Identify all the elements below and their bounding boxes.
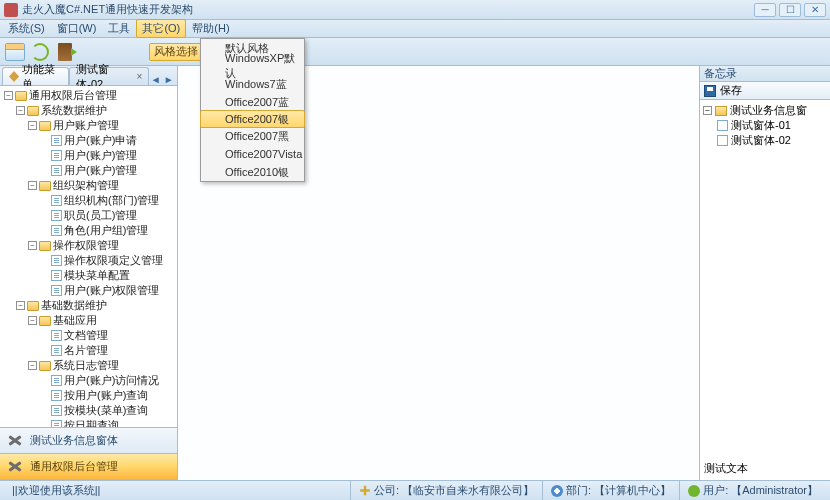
maximize-button[interactable]: ☐ bbox=[779, 3, 801, 17]
file-icon bbox=[51, 255, 62, 266]
tree-node[interactable]: −测试业务信息窗 bbox=[703, 103, 827, 118]
window-title: 走火入魔C#.NET通用快速开发架构 bbox=[22, 2, 754, 17]
tree-leaf[interactable]: 职员(员工)管理 bbox=[40, 208, 175, 223]
statusbar: ||欢迎使用该系统|| 公司:【临安市自来水有限公司】 部门:【计算机中心】 用… bbox=[0, 480, 830, 500]
tree-leaf[interactable]: 用户(账户)访问情况 bbox=[40, 373, 175, 388]
file-icon bbox=[51, 165, 62, 176]
tree-leaf[interactable]: 用户(账户)管理 bbox=[40, 163, 175, 178]
file-icon bbox=[51, 195, 62, 206]
tree-leaf[interactable]: 测试窗体-01 bbox=[717, 118, 827, 133]
calendar-button[interactable] bbox=[4, 41, 26, 63]
tree-leaf[interactable]: 用户(账户)管理 bbox=[40, 148, 175, 163]
file-icon bbox=[51, 210, 62, 221]
right-panel-title: 备忘录 bbox=[700, 66, 830, 82]
folder-icon bbox=[27, 301, 39, 311]
style-item-2007black[interactable]: Office2007黑 bbox=[201, 127, 304, 145]
tree-leaf[interactable]: 模块菜单配置 bbox=[40, 268, 175, 283]
tree-leaf[interactable]: 用户(账户)申请 bbox=[40, 133, 175, 148]
style-item-2007blue[interactable]: Office2007蓝 bbox=[201, 93, 304, 111]
tree-leaf[interactable]: 用户(账户)权限管理 bbox=[40, 283, 175, 298]
tree-node[interactable]: −系统日志管理 bbox=[28, 358, 175, 373]
status-welcome: ||欢迎使用该系统|| bbox=[4, 481, 350, 500]
left-tabs: 功能菜单 测试窗体-02× ◄ ► bbox=[0, 66, 177, 86]
tree-node[interactable]: −基础应用 bbox=[28, 313, 175, 328]
memo-tree: −测试业务信息窗 测试窗体-01 测试窗体-02 bbox=[700, 100, 830, 457]
dept-icon bbox=[551, 485, 563, 497]
tabs-scroll-left[interactable]: ◄ bbox=[149, 74, 162, 85]
menu-tools[interactable]: 工具 bbox=[102, 19, 136, 38]
file-icon bbox=[717, 135, 728, 146]
file-icon bbox=[51, 390, 62, 401]
file-icon bbox=[51, 150, 62, 161]
menu-window[interactable]: 窗口(W) bbox=[51, 19, 103, 38]
tree-leaf[interactable]: 按模块(菜单)查询 bbox=[40, 403, 175, 418]
tree-leaf[interactable]: 测试窗体-02 bbox=[717, 133, 827, 148]
tree-node[interactable]: −基础数据维护 bbox=[16, 298, 175, 313]
file-icon bbox=[51, 270, 62, 281]
folder-icon bbox=[27, 106, 39, 116]
file-icon bbox=[51, 330, 62, 341]
close-icon[interactable]: × bbox=[136, 71, 142, 82]
titlebar: 走火入魔C#.NET通用快速开发架构 ─ ☐ ✕ bbox=[0, 0, 830, 20]
folder-icon bbox=[39, 241, 51, 251]
file-icon bbox=[51, 225, 62, 236]
tab-menu[interactable]: 功能菜单 bbox=[2, 67, 69, 85]
style-item-2007vista[interactable]: Office2007Vista bbox=[201, 145, 304, 163]
user-icon bbox=[688, 485, 700, 497]
tree-leaf[interactable]: 操作权限项定义管理 bbox=[40, 253, 175, 268]
folder-icon bbox=[39, 361, 51, 371]
app-icon bbox=[4, 3, 18, 17]
tree-leaf[interactable]: 按日期查询 bbox=[40, 418, 175, 427]
tree-node[interactable]: −系统数据维护 bbox=[16, 103, 175, 118]
save-button[interactable]: 保存 bbox=[700, 82, 830, 100]
style-menu: 默认风格 WindowsXP默认 Windows7蓝 Office2007蓝 O… bbox=[200, 38, 305, 182]
accordion-item-admin[interactable]: 通用权限后台管理 bbox=[0, 454, 177, 480]
building-icon bbox=[359, 485, 371, 497]
file-icon bbox=[51, 420, 62, 427]
folder-icon bbox=[39, 316, 51, 326]
accordion-item-test[interactable]: 测试业务信息窗体 bbox=[0, 428, 177, 454]
tools-icon bbox=[6, 458, 24, 476]
menu-help[interactable]: 帮助(H) bbox=[186, 19, 235, 38]
refresh-icon bbox=[31, 43, 49, 61]
menubar: 系统(S) 窗口(W) 工具 其它(O) 帮助(H) bbox=[0, 20, 830, 38]
folder-icon bbox=[715, 106, 727, 116]
menu-system[interactable]: 系统(S) bbox=[2, 19, 51, 38]
tree-leaf[interactable]: 角色(用户组)管理 bbox=[40, 223, 175, 238]
file-icon bbox=[51, 405, 62, 416]
style-item-win7[interactable]: Windows7蓝 bbox=[201, 75, 304, 93]
left-panel: 功能菜单 测试窗体-02× ◄ ► −通用权限后台管理 −系统数据维护 −用户账… bbox=[0, 66, 178, 480]
menu-other[interactable]: 其它(O) bbox=[136, 19, 186, 38]
minimize-button[interactable]: ─ bbox=[754, 3, 776, 17]
style-item-xp[interactable]: WindowsXP默认 bbox=[201, 57, 304, 75]
tree-leaf[interactable]: 按用户(账户)查询 bbox=[40, 388, 175, 403]
refresh-button[interactable] bbox=[29, 41, 51, 63]
tree-leaf[interactable]: 名片管理 bbox=[40, 343, 175, 358]
exit-icon bbox=[58, 43, 72, 61]
tree-node[interactable]: −组织架构管理 bbox=[28, 178, 175, 193]
style-item-2010silver[interactable]: Office2010银 bbox=[201, 163, 304, 181]
tree-node[interactable]: −操作权限管理 bbox=[28, 238, 175, 253]
accordion: 测试业务信息窗体 通用权限后台管理 bbox=[0, 427, 177, 480]
file-icon bbox=[51, 135, 62, 146]
right-panel: 备忘录 保存 −测试业务信息窗 测试窗体-01 测试窗体-02 测试文本 bbox=[700, 66, 830, 480]
status-company: 公司:【临安市自来水有限公司】 bbox=[350, 481, 542, 500]
save-icon bbox=[704, 85, 716, 97]
tab-test[interactable]: 测试窗体-02× bbox=[69, 67, 149, 85]
nav-tree: −通用权限后台管理 −系统数据维护 −用户账户管理 用户(账户)申请 用户(账户… bbox=[0, 86, 177, 427]
tree-leaf[interactable]: 组织机构(部门)管理 bbox=[40, 193, 175, 208]
status-dept: 部门:【计算机中心】 bbox=[542, 481, 679, 500]
style-item-2007silver[interactable]: Office2007银 bbox=[200, 110, 305, 128]
close-button[interactable]: ✕ bbox=[804, 3, 826, 17]
exit-button[interactable] bbox=[54, 41, 76, 63]
home-icon bbox=[9, 71, 19, 82]
tree-root[interactable]: −通用权限后台管理 bbox=[4, 88, 175, 103]
status-user: 用户:【Administrator】 bbox=[679, 481, 826, 500]
file-icon bbox=[51, 345, 62, 356]
folder-icon bbox=[15, 91, 27, 101]
folder-icon bbox=[39, 121, 51, 131]
memo-text: 测试文本 bbox=[700, 457, 830, 480]
tabs-scroll-right[interactable]: ► bbox=[162, 74, 175, 85]
tree-leaf[interactable]: 文档管理 bbox=[40, 328, 175, 343]
tree-node[interactable]: −用户账户管理 bbox=[28, 118, 175, 133]
